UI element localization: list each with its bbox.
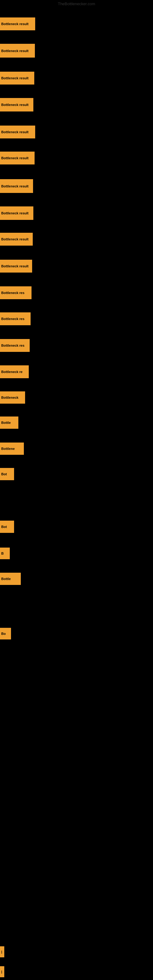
badge-24[interactable]: | — [0, 966, 4, 977]
badge-12[interactable]: Bottleneck res — [0, 312, 30, 325]
badge-8[interactable]: Bottleneck result — [0, 207, 33, 220]
badge-14[interactable]: Bottleneck re — [0, 365, 29, 378]
badge-16[interactable]: Bottle — [0, 417, 18, 429]
badge-21[interactable]: Bottle — [0, 573, 21, 585]
badge-7[interactable]: Bottleneck result — [0, 179, 33, 193]
badge-18[interactable]: Bot — [0, 468, 14, 480]
badge-5[interactable]: Bottleneck result — [0, 126, 35, 138]
badge-4[interactable]: Bottleneck result — [0, 98, 33, 111]
badge-22[interactable]: Bo — [0, 628, 11, 640]
badge-6[interactable]: Bottleneck result — [0, 151, 35, 164]
badge-3[interactable]: Bottleneck result — [0, 72, 34, 84]
badge-11[interactable]: Bottleneck res — [0, 286, 32, 299]
badge-20[interactable]: B — [0, 547, 10, 559]
badge-9[interactable]: Bottleneck result — [0, 233, 33, 246]
badge-1[interactable]: Bottleneck result — [0, 18, 35, 30]
badge-17[interactable]: Bottlene — [0, 442, 24, 455]
badge-23[interactable]: | — [0, 946, 4, 957]
badge-15[interactable]: Bottleneck — [0, 391, 25, 404]
badge-19[interactable]: Bot — [0, 520, 14, 533]
badge-13[interactable]: Bottleneck res — [0, 339, 30, 352]
site-title: TheBottlenecker.com — [0, 2, 153, 6]
badge-2[interactable]: Bottleneck result — [0, 44, 35, 57]
badge-10[interactable]: Bottleneck result — [0, 260, 32, 272]
